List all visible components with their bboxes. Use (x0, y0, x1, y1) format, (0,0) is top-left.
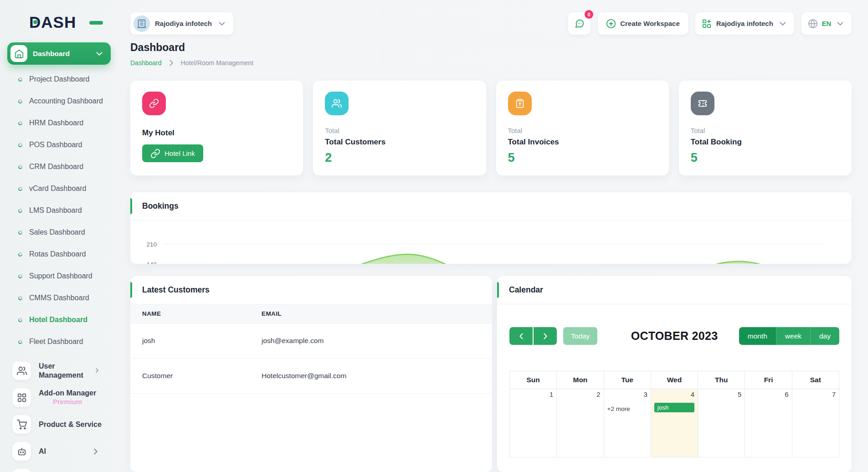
sidebar-item-sales-dashboard[interactable]: Sales Dashboard (0, 221, 111, 243)
calendar-view-week-button[interactable]: week (776, 327, 810, 345)
main-content: Rajodiya infotech 0 Create Workspace Raj… (111, 0, 868, 472)
stat-title: Total Invoices (508, 138, 657, 147)
customer-row: CustomerHotelcustomer@gmail.com (130, 359, 492, 394)
bottom-row: Latest Customers NAME EMAIL joshjosh@exa… (130, 276, 852, 472)
topbar: Rajodiya infotech 0 Create Workspace Raj… (130, 12, 852, 35)
calendar-view-day-button[interactable]: day (810, 327, 839, 345)
breadcrumb: Dashboard Hotel/Room Management (130, 58, 852, 68)
building-icon (134, 15, 150, 32)
page-title: Dashboard (130, 41, 852, 54)
calendar-month-title: OCTOBER 2023 (631, 329, 718, 343)
day-number: 2 (560, 390, 600, 398)
hotel-link-label: Hotel Link (164, 149, 195, 157)
calendar-title: Calendar (509, 285, 543, 295)
sidebar-item-ai[interactable]: AI (0, 438, 111, 465)
day-number: 6 (748, 390, 788, 398)
sidebar-item-project-dashboard[interactable]: Project Dashboard (0, 68, 111, 90)
sidebar-item-hrm-dashboard[interactable]: HRM Dashboard (0, 112, 111, 134)
calendar-day-cell-1[interactable]: 1 (510, 389, 557, 457)
calendar-day-cell-3[interactable]: 3+2 more (604, 389, 651, 457)
breadcrumb-dashboard-link[interactable]: Dashboard (130, 59, 162, 67)
sidebar-item-hotel-dashboard[interactable]: Hotel Dashboard (0, 309, 111, 331)
sidebar-item-proposal[interactable]: Proposal (0, 465, 111, 472)
create-workspace-button[interactable]: Create Workspace (598, 12, 688, 35)
latest-customers-title: Latest Customers (142, 285, 210, 295)
sidebar-item-fleet-dashboard[interactable]: Fleet Dashboard (0, 331, 111, 353)
calendar-toolbar: Today OCTOBER 2023 monthweekday (509, 327, 839, 345)
sidebar-item-lms-dashboard[interactable]: LMS Dashboard (0, 200, 111, 221)
hotel-link-button[interactable]: Hotel Link (142, 144, 203, 162)
sidebar-item-pos-dashboard[interactable]: POS Dashboard (0, 134, 111, 156)
customer-name: Customer (130, 359, 250, 394)
plus-circle-icon (606, 19, 616, 29)
calendar-header: Calendar (497, 276, 852, 304)
panel-accent-bar (130, 198, 132, 214)
my-hotel-card: My Hotel Hotel Link (130, 81, 303, 175)
column-header-email: EMAIL (250, 304, 492, 323)
users-icon (12, 361, 31, 380)
svg-text:210: 210 (146, 241, 157, 248)
chevron-down-icon (217, 19, 227, 29)
ai-icon (12, 442, 31, 461)
account-selector[interactable]: Rajodiya infotech (695, 12, 794, 35)
sidebar-item-user-management[interactable]: User Management (0, 357, 111, 384)
messenger-button[interactable]: 0 (568, 12, 591, 35)
chat-icon (575, 19, 585, 29)
sidebar-item-dashboard-active[interactable]: Dashboard (7, 42, 111, 65)
sidebar-item-support-dashboard[interactable]: Support Dashboard (0, 265, 111, 287)
workspace-selector[interactable]: Rajodiya infotech (130, 12, 233, 35)
calendar-day-cell-4[interactable]: 4josh (651, 389, 698, 457)
link-icon (142, 92, 166, 115)
messenger-badge: 0 (585, 10, 593, 19)
workspace-label: Rajodiya infotech (155, 20, 212, 27)
stat-title: Total Customers (325, 138, 474, 147)
calendar-day-cell-7[interactable]: 7 (792, 389, 839, 457)
sidebar-item-cmms-dashboard[interactable]: CMMS Dashboard (0, 287, 111, 309)
sidebar-item-add-on-manager[interactable]: Add-on ManagerPremium (0, 384, 111, 411)
language-selector[interactable]: EN (801, 12, 852, 35)
chevron-right-icon (93, 367, 101, 374)
dash-logo[interactable]: DASH (29, 13, 98, 31)
sidebar-dashboard-list: Project DashboardAccounting DashboardHRM… (0, 68, 111, 353)
bullet-icon (18, 251, 23, 257)
column-header-name: NAME (130, 304, 250, 323)
day-header-wed: Wed (651, 371, 698, 389)
document-icon (12, 469, 31, 472)
chevron-right-icon (91, 446, 101, 457)
day-header-sun: Sun (510, 371, 557, 389)
bullet-icon (18, 230, 23, 235)
calendar-day-cell-2[interactable]: 2 (557, 389, 604, 457)
calendar-grid: SunMonTueWedThuFriSat123+2 more4josh567 (509, 371, 839, 457)
more-events-link[interactable]: +2 more (607, 405, 630, 412)
stat-value: 5 (691, 151, 840, 165)
day-header-mon: Mon (557, 371, 604, 389)
sidebar: DASH Dashboard Project DashboardAccounti… (0, 0, 111, 472)
latest-customers-header: Latest Customers (130, 276, 492, 304)
calendar-today-button[interactable]: Today (563, 327, 597, 345)
sidebar-item-product-service[interactable]: Product & Service (0, 411, 111, 438)
calendar-view-switcher: monthweekday (739, 327, 839, 345)
create-workspace-label: Create Workspace (620, 20, 680, 27)
bookings-title: Bookings (142, 201, 179, 211)
panel-accent-bar (130, 282, 132, 298)
svg-text:140: 140 (146, 261, 157, 264)
bullet-icon (18, 164, 23, 169)
chevron-down-icon (835, 19, 845, 29)
bullet-icon (18, 295, 23, 301)
calendar-day-cell-5[interactable]: 5 (698, 389, 745, 457)
customers-table: NAME EMAIL joshjosh@example.comCustomerH… (130, 304, 492, 394)
calendar-day-cell-6[interactable]: 6 (745, 389, 792, 457)
sidebar-item-vcard-dashboard[interactable]: vCard Dashboard (0, 178, 111, 200)
language-code: EN (822, 20, 831, 27)
calendar-prev-button[interactable] (509, 327, 533, 345)
calendar-view-month-button[interactable]: month (739, 327, 776, 345)
calendar-event[interactable]: josh (654, 403, 694, 412)
sidebar-item-accounting-dashboard[interactable]: Accounting Dashboard (0, 90, 111, 112)
calendar-next-button[interactable] (534, 327, 557, 345)
day-number: 4 (654, 390, 694, 398)
sidebar-section-list: User ManagementAdd-on ManagerPremiumProd… (0, 357, 111, 472)
sidebar-item-crm-dashboard[interactable]: CRM Dashboard (0, 156, 111, 178)
customer-row: joshjosh@example.com (130, 323, 492, 359)
sidebar-item-rotas-dashboard[interactable]: Rotas Dashboard (0, 243, 111, 265)
bullet-icon (18, 273, 23, 279)
